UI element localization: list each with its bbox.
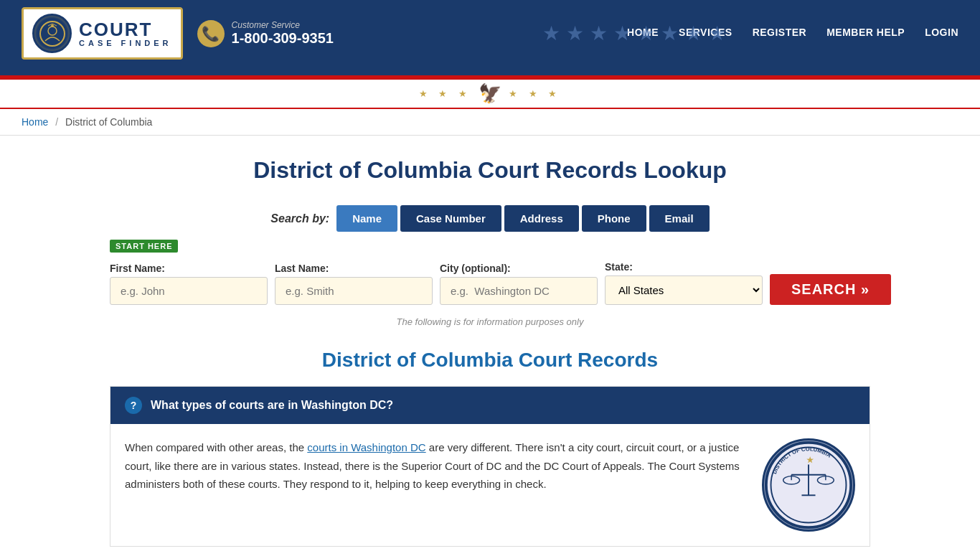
start-here-badge: START HERE [110,240,178,253]
cs-text: Customer Service 1-800-309-9351 [232,20,334,47]
first-name-label: First Name: [110,263,268,274]
star-1: ★ [542,22,560,45]
eagle-left-stars: ★ ★ ★ [419,88,471,99]
cs-label: Customer Service [232,20,334,30]
nav-member-help[interactable]: MEMBER HELP [826,27,905,41]
info-note: The following is for information purpose… [110,316,870,327]
star-3: ★ [590,22,608,45]
search-form-container: START HERE First Name: Last Name: City (… [110,239,870,305]
first-name-input[interactable] [110,277,268,305]
faq-answer-text: When compared with other areas, the cour… [125,438,748,532]
first-name-group: First Name: [110,263,268,305]
breadcrumb-separator: / [55,116,58,128]
main-content: District of Columbia Court Records Looku… [95,136,885,551]
tab-address[interactable]: Address [504,205,579,232]
tab-email[interactable]: Email [649,205,710,232]
eagle-bar: ★ ★ ★ 🦅 ★ ★ ★ [0,80,980,109]
state-select[interactable]: All States Alabama Alaska Arizona Distri… [605,276,763,305]
header-left: COURT CASE FINDER 📞 Customer Service 1-8… [22,7,334,60]
section-title: District of Columbia Court Records [110,349,870,372]
search-form: First Name: Last Name: City (optional): … [110,261,870,305]
search-tabs: Name Case Number Address Phone Email [336,205,709,232]
svg-text:★: ★ [806,456,814,464]
dc-seal-image: DISTRICT OF COLUMBIA ★ [762,438,855,532]
nav-register[interactable]: REGISTER [753,27,807,41]
faq-courts-link[interactable]: courts in Washington DC [307,441,425,453]
page-title: District of Columbia Court Records Looku… [110,157,870,184]
search-by-row: Search by: Name Case Number Address Phon… [110,205,870,232]
city-input[interactable] [440,277,598,305]
tab-phone[interactable]: Phone [582,205,646,232]
faq-question-text: What types of courts are in Washington D… [151,399,393,412]
main-nav: HOME SERVICES REGISTER MEMBER HELP LOGIN [627,27,958,41]
tab-name[interactable]: Name [336,205,397,232]
last-name-group: Last Name: [275,263,433,305]
cs-phone: 1-800-309-9351 [232,30,334,47]
search-button[interactable]: SEARCH » [770,274,891,305]
logo-text: COURT CASE FINDER [79,20,172,47]
state-label: State: [605,261,763,273]
breadcrumb: Home / District of Columbia [0,109,980,136]
logo-finder-label: CASE FINDER [79,39,172,47]
state-group: State: All States Alabama Alaska Arizona… [605,261,763,305]
svg-point-2 [51,24,54,27]
city-label: City (optional): [440,263,598,274]
customer-service: 📞 Customer Service 1-800-309-9351 [197,20,334,47]
nav-login[interactable]: LOGIN [925,27,958,41]
faq-answer-before-link: When compared with other areas, the [125,441,307,453]
last-name-input[interactable] [275,277,433,305]
city-group: City (optional): [440,263,598,305]
faq-question-icon: ? [125,397,142,414]
search-by-label: Search by: [270,212,329,225]
breadcrumb-home-link[interactable]: Home [22,116,48,128]
site-logo: COURT CASE FINDER [22,7,183,60]
eagle-right-stars: ★ ★ ★ [509,88,561,99]
nav-home[interactable]: HOME [627,27,659,41]
eagle-icon: 🦅 [479,83,501,105]
nav-services[interactable]: SERVICES [679,27,732,41]
phone-icon: 📞 [197,20,225,47]
tab-case-number[interactable]: Case Number [400,205,501,232]
header-bottom-bar [0,67,980,75]
logo-court-label: COURT [79,20,172,39]
faq-body: When compared with other areas, the cour… [110,424,870,546]
faq-header[interactable]: ? What types of courts are in Washington… [110,387,870,424]
breadcrumb-current: District of Columbia [65,116,152,128]
faq-item: ? What types of courts are in Washington… [110,386,870,547]
logo-seal-icon [32,14,72,53]
site-header: ★ ★ ★ ★ ★ ★ ★ ★ COURT CASE FINDER [0,0,980,67]
star-2: ★ [566,22,584,45]
last-name-label: Last Name: [275,263,433,274]
